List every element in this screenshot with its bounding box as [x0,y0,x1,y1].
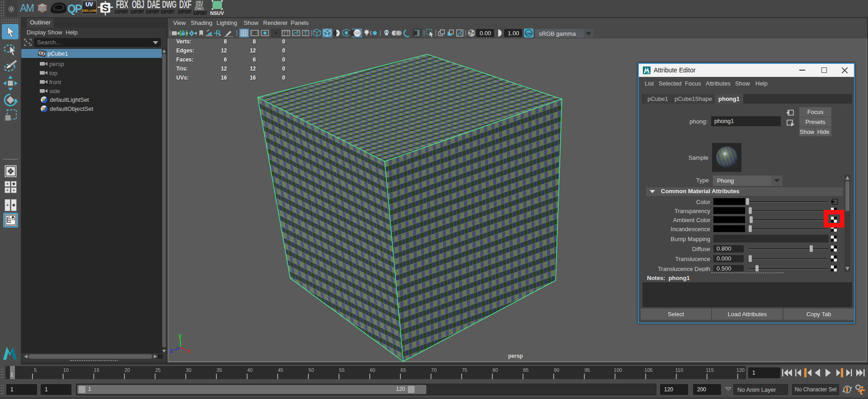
svg-text:40: 40 [247,367,253,373]
svg-text:25: 25 [155,367,160,373]
svg-text:75: 75 [462,367,467,373]
svg-text:+: + [6,181,9,186]
svg-text:MAYA: MAYA [646,72,651,74]
svg-text:sRGB gamma: sRGB gamma [539,30,576,37]
svg-text:+: + [6,202,9,208]
svg-text:0.00: 0.00 [480,30,491,37]
svg-text:15: 15 [94,367,99,373]
svg-text:20: 20 [124,367,130,373]
svg-text:1.00: 1.00 [508,30,519,37]
svg-text:60: 60 [370,367,375,373]
svg-text:120: 120 [736,367,745,373]
svg-text:70: 70 [431,367,437,373]
svg-text:+: + [12,187,15,193]
svg-text:45: 45 [278,367,283,373]
svg-text:105: 105 [644,367,652,373]
svg-text:z: z [170,348,173,354]
svg-text:50: 50 [308,367,314,373]
svg-text:85: 85 [523,367,528,373]
svg-text:55: 55 [339,367,344,373]
svg-text:5: 5 [34,367,37,373]
svg-text:80: 80 [492,367,498,373]
svg-text:y: y [179,332,182,339]
svg-text:S: S [102,2,109,14]
svg-text:10: 10 [63,367,69,373]
svg-text:65: 65 [401,367,406,373]
svg-text:110: 110 [675,367,684,373]
svg-text:+: + [6,187,9,193]
svg-text:30: 30 [186,367,191,373]
svg-text:90: 90 [554,367,559,373]
svg-text:115: 115 [706,367,714,373]
svg-text:ON: ON [526,32,532,36]
svg-text:x: x [187,348,190,354]
svg-text:100: 100 [614,367,622,373]
svg-text:35: 35 [217,367,222,373]
svg-text:T: T [304,31,307,36]
svg-text:95: 95 [585,367,590,373]
svg-text:NSUV: NSUV [210,10,224,16]
